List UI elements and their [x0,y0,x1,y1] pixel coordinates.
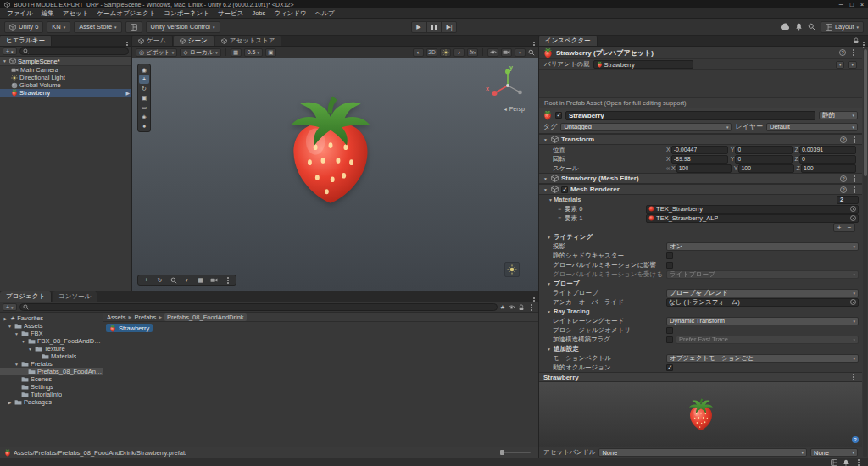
tree-tutorialinfo[interactable]: TutorialInfo [0,391,103,398]
menu-edit[interactable]: 編集 [37,9,58,18]
project-items-grid[interactable]: Strawberry [103,322,538,447]
asset-preview[interactable]: ? [539,382,862,447]
tree-prefabs[interactable]: ▼ Prefabs [0,360,103,368]
menu-file[interactable]: ファイル [3,9,37,18]
tree-favorites[interactable]: ▶★ Favorites [0,314,103,322]
project-item-strawberry[interactable]: Strawberry [106,324,153,332]
breadcrumb-prefabs-08-foodanddrink[interactable]: Prefabs_08_FoodAndDrink [164,313,246,321]
mesh-filter-component-header[interactable]: ▼ Strawberry (Mesh Filter) ? [539,173,862,184]
tab-hierarchy[interactable]: ヒエラルキー [0,36,52,46]
help-icon[interactable]: ? [840,175,847,182]
unity-version-badge[interactable]: Unity 6 [4,21,43,33]
version-control-dropdown[interactable]: Unity Version Control▾ [146,21,220,33]
device-simulator-button[interactable] [125,21,142,33]
x-axis-label[interactable]: x [486,86,489,92]
position-y-field[interactable]: 0 [735,146,792,154]
static-shadow-caster-checkbox[interactable] [666,252,673,259]
foldout-icon[interactable]: ▼ [542,187,548,192]
add-object-button[interactable]: +▾ [3,47,17,55]
anchor-override-field[interactable]: なし (トランスフォーム) [666,298,859,307]
component-menu-icon[interactable] [854,139,855,141]
thumbnail-size-slider[interactable] [500,452,531,453]
menu-gameobject[interactable]: ゲームオブジェクト [92,9,159,18]
rotation-y-field[interactable]: 0 [735,155,792,164]
orientation-dropdown[interactable]: ◇ ローカル▾ [180,48,220,57]
foldout-icon[interactable]: ▼ [548,197,554,202]
tree-fbx-08-foodanddrink[interactable]: ▼ FBX_08_FoodAndDrink [0,337,103,345]
scene-collection-row[interactable]: ▼ SampleScene* [0,57,131,66]
foldout-icon[interactable]: ▼ [542,137,548,142]
tree-scenes[interactable]: Scenes [0,375,103,383]
tree-texture[interactable]: ▼ Texture [0,345,103,352]
project-menu-icon[interactable] [533,300,535,302]
orientation-gizmo[interactable]: y x [489,67,526,104]
tree-fbx[interactable]: ▼ FBX [0,330,103,337]
preview-menu-icon[interactable] [853,376,854,378]
step-button[interactable]: ▶| [442,21,457,33]
gizmos-dropdown[interactable]: ▾ [515,48,526,57]
tab-scene[interactable]: シーン [174,36,214,46]
scale-z-field[interactable]: 100 [801,164,856,173]
foldout-icon[interactable]: ▼ [542,176,548,181]
rotation-z-field[interactable]: 0 [799,155,856,164]
mesh-renderer-component-header[interactable]: ▼ Mesh Renderer ? [539,184,862,195]
tab-console[interactable]: コンソール [53,291,97,302]
grid-snap-toggle[interactable]: ▦ [231,48,242,57]
transform-component-header[interactable]: ▼ Transform ? [539,134,862,145]
overlay-zoom-icon[interactable] [167,276,180,285]
maximize-button[interactable]: □ [850,2,854,8]
move-tool[interactable]: + [139,75,149,84]
inspector-lock-icon[interactable] [853,37,860,44]
pause-button[interactable] [426,21,442,33]
rotate-tool[interactable]: ↻ [139,84,149,93]
position-x-field[interactable]: -0.00447 [671,146,728,154]
position-z-field[interactable]: 0.00391 [799,146,856,154]
object-picker-icon[interactable] [850,215,856,221]
add-material-button[interactable]: + [834,224,844,231]
minimize-button[interactable]: ─ [839,2,843,8]
y-axis-label[interactable]: y [509,64,513,70]
material-0-field[interactable]: TEX_Strawberry [646,205,859,214]
foldout-icon[interactable]: ▼ [2,58,8,64]
name-field[interactable]: Strawberry [565,111,815,120]
scale-link-icon[interactable]: ∞ [666,165,670,171]
dynamic-occlusion-checkbox[interactable] [666,364,673,371]
scene-lighting-toggle[interactable] [440,48,451,57]
materials-foldout-row[interactable]: ▼ Materials 2 [539,195,862,204]
foldout-icon[interactable]: ▼ [546,235,552,240]
materials-count-field[interactable]: 2 [837,196,859,204]
assetbundle-dropdown[interactable]: None▾ [598,448,807,457]
scene-menu-icon[interactable] [533,44,535,46]
hierarchy-item-strawberry[interactable]: Strawberry ▶ [0,89,131,97]
breadcrumb-prefabs[interactable]: Prefabs [134,313,156,321]
overlay-orbit-icon[interactable]: ↻ [153,276,166,285]
strawberry-model[interactable] [283,92,378,206]
project-options-icon[interactable] [531,307,532,308]
assetbundle-variant-dropdown[interactable]: None▾ [810,448,858,457]
snap-increment-toggle[interactable]: ▣ [265,48,276,57]
scene-search-icon[interactable] [528,49,535,56]
tag-dropdown[interactable]: Untagged▾ [560,123,732,131]
shading-mode-button[interactable]: ◐ [413,48,424,57]
menu-window[interactable]: ウィンドウ [270,9,310,18]
projection-label[interactable]: ◄Persp [504,106,525,112]
custom-tool[interactable]: ● [139,121,149,130]
layout-dropdown[interactable]: Layout▾ [821,21,864,33]
scrollbar-thumb[interactable] [864,49,867,176]
close-button[interactable]: × [860,2,864,8]
camera-settings-button[interactable] [501,48,512,57]
snap-value-field[interactable]: 0.5▾ [244,48,263,57]
prefab-options-button-1[interactable]: ▾ [836,61,845,69]
raytracing-section-header[interactable]: ▼ Ray Tracing [539,307,862,316]
menu-help[interactable]: ヘルプ [311,9,339,18]
layer-dropdown[interactable]: Default▾ [766,123,858,131]
foldout-icon[interactable]: ▼ [546,309,552,314]
overlay-camera-icon[interactable] [208,276,220,285]
prefab-options-button-2[interactable]: ▾ [848,61,857,69]
asset-store-dropdown[interactable]: Asset Store▾ [74,21,121,33]
tree-assets[interactable]: ▼ Assets [0,322,103,330]
probes-section-header[interactable]: ▼ プローブ [539,279,862,288]
additional-settings-header[interactable]: ▼ 追加設定 [539,344,862,353]
search-favorites-icon[interactable]: ★ [500,304,505,311]
account-dropdown[interactable]: KN▾ [47,21,70,33]
